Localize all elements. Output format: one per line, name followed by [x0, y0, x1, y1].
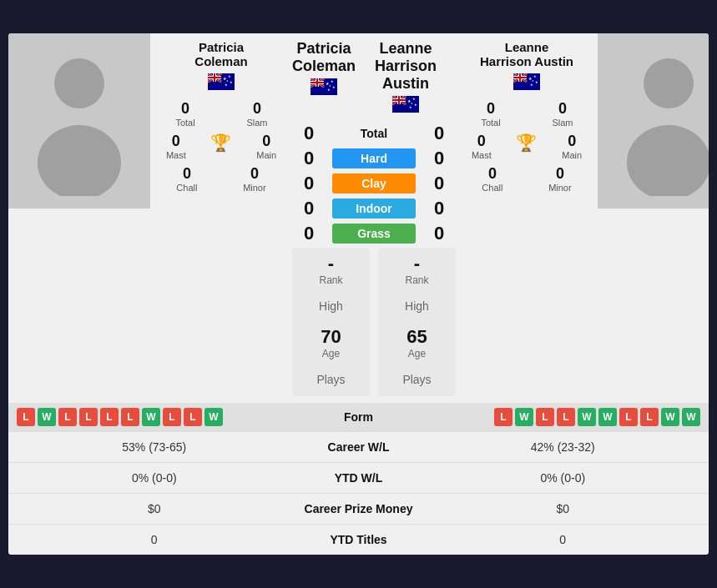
- right-high-val: High: [388, 294, 446, 318]
- right-indoor-score: 0: [422, 198, 456, 219]
- left-hard-score: 0: [292, 148, 326, 169]
- svg-text:★: ★: [530, 83, 533, 87]
- prize-label: Career Prize Money: [284, 502, 434, 515]
- form-badge-W: W: [578, 408, 596, 426]
- hard-score-row: 0 Hard 0: [292, 148, 456, 169]
- player-header-middle: Patricia Coleman: [292, 40, 456, 116]
- career-wl-row: 53% (73-65) Career W/L 42% (23-32): [8, 431, 709, 462]
- form-badge-L: L: [100, 408, 119, 426]
- left-total-score: 0: [292, 123, 326, 144]
- left-minor-stat: 0 Minor: [243, 165, 266, 193]
- form-badge-W: W: [38, 408, 56, 426]
- right-form-badges: LWLLWWLLWW: [389, 408, 701, 426]
- total-score-row: 0 Total 0: [292, 123, 456, 144]
- right-minor-stat: 0 Minor: [548, 165, 572, 193]
- right-slam-stat: 0 Slam: [531, 100, 594, 128]
- right-plays-val: Plays: [388, 368, 446, 391]
- right-main-stat: 0 Main: [562, 133, 582, 160]
- svg-rect-11: [208, 77, 221, 78]
- form-badge-W: W: [142, 408, 160, 426]
- left-flag-header: ★ ★ ★ ★ ★: [292, 78, 356, 98]
- right-name-header: Leanne Harrison Austin: [356, 40, 456, 116]
- right-grass-score: 0: [422, 223, 456, 244]
- left-stats-row3: 0 Chall 0 Minor: [154, 165, 289, 193]
- left-rank-label: Rank: [319, 274, 342, 286]
- right-stats-grid: 0 Total 0 Slam: [459, 100, 594, 128]
- right-stats-panel: - Rank High 65 Age Plays: [378, 248, 456, 396]
- form-badge-L: L: [79, 408, 98, 426]
- left-player-photo: [8, 33, 150, 209]
- right-rank-val: -: [414, 253, 420, 274]
- score-rows: 0 Total 0 0 Hard 0 0 Clay 0: [292, 123, 456, 244]
- form-badge-W: W: [598, 408, 617, 426]
- form-badge-L: L: [557, 408, 575, 426]
- hard-label: Hard: [332, 148, 416, 168]
- form-badge-W: W: [204, 408, 223, 426]
- page-container: Patricia Coleman: [0, 25, 717, 563]
- left-high-val: High: [302, 294, 360, 318]
- svg-text:★: ★: [412, 97, 416, 101]
- left-name-header: Patricia Coleman: [292, 40, 356, 98]
- left-age-label: Age: [322, 348, 340, 359]
- svg-point-60: [627, 125, 709, 196]
- svg-text:★: ★: [414, 103, 417, 107]
- bottom-stats: 53% (73-65) Career W/L 42% (23-32) 0% (0…: [8, 431, 709, 555]
- svg-text:★: ★: [329, 84, 331, 88]
- svg-point-1: [38, 125, 121, 196]
- left-ytd-wl: 0% (0-0): [25, 471, 284, 485]
- form-badge-L: L: [58, 408, 77, 426]
- career-wl-label: Career W/L: [284, 440, 434, 454]
- form-badge-W: W: [682, 408, 700, 426]
- middle-section: Patricia Coleman: [292, 33, 456, 403]
- right-ytd-wl: 0% (0-0): [434, 471, 693, 485]
- left-stats-row2: 0 Mast 🏆 0 Main: [154, 133, 289, 160]
- svg-text:★: ★: [533, 74, 537, 78]
- form-badge-L: L: [536, 408, 554, 426]
- right-mast-stat: 0 Mast: [472, 133, 492, 160]
- indoor-score-row: 0 Indoor 0: [292, 198, 456, 219]
- main-card: Patricia Coleman: [8, 33, 709, 555]
- svg-point-0: [54, 58, 104, 108]
- svg-point-59: [644, 58, 694, 108]
- left-total-stat: 0 Total: [154, 100, 217, 128]
- form-badge-L: L: [494, 408, 513, 426]
- svg-text:★: ★: [230, 80, 233, 84]
- ytd-wl-label: YTD W/L: [284, 471, 434, 485]
- svg-text:★: ★: [327, 88, 331, 92]
- right-player-photo: [598, 33, 709, 209]
- form-section: LWLLLLWLLW Form LWLLWWLLWW: [8, 403, 709, 431]
- form-badge-L: L: [163, 408, 181, 426]
- svg-text:★: ★: [226, 79, 229, 83]
- indoor-label: Indoor: [332, 199, 416, 219]
- left-main-stat: 0 Main: [256, 133, 276, 160]
- right-player-name: Leanne Harrison Austin: [480, 40, 573, 68]
- right-flag-header: ★ ★ ★ ★ ★: [356, 96, 456, 116]
- top-section: Patricia Coleman: [8, 33, 709, 403]
- center-stats-container: - Rank High 70 Age Plays -: [292, 248, 456, 396]
- right-prize: $0: [434, 502, 693, 515]
- right-total-score: 0: [422, 123, 456, 144]
- right-age-block: 65 Age: [388, 326, 446, 359]
- svg-text:★: ★: [532, 79, 534, 83]
- svg-rect-39: [392, 99, 406, 101]
- form-badge-L: L: [184, 408, 202, 426]
- right-age-val: 65: [406, 326, 427, 348]
- left-prize: $0: [25, 502, 284, 515]
- form-badge-W: W: [515, 408, 533, 426]
- left-clay-score: 0: [292, 173, 326, 194]
- right-trophy: 🏆: [516, 133, 537, 160]
- right-stats-row3: 0 Chall 0 Minor: [459, 165, 594, 193]
- left-chall-stat: 0 Chall: [176, 165, 197, 193]
- svg-text:★: ★: [411, 102, 413, 105]
- svg-text:★: ★: [409, 105, 412, 109]
- form-badge-W: W: [661, 408, 679, 426]
- left-form-badges: LWLLLLWLLW: [17, 408, 329, 426]
- right-total-stat: 0 Total: [459, 100, 523, 128]
- left-age-block: 70 Age: [302, 326, 360, 359]
- svg-text:★: ★: [535, 80, 538, 84]
- left-trophy: 🏆: [210, 133, 231, 160]
- prize-row: $0 Career Prize Money $0: [8, 493, 709, 524]
- left-stats-grid: 0 Total 0 Slam: [154, 100, 289, 128]
- form-label: Form: [334, 410, 384, 424]
- left-career-wl: 53% (73-65): [25, 440, 284, 454]
